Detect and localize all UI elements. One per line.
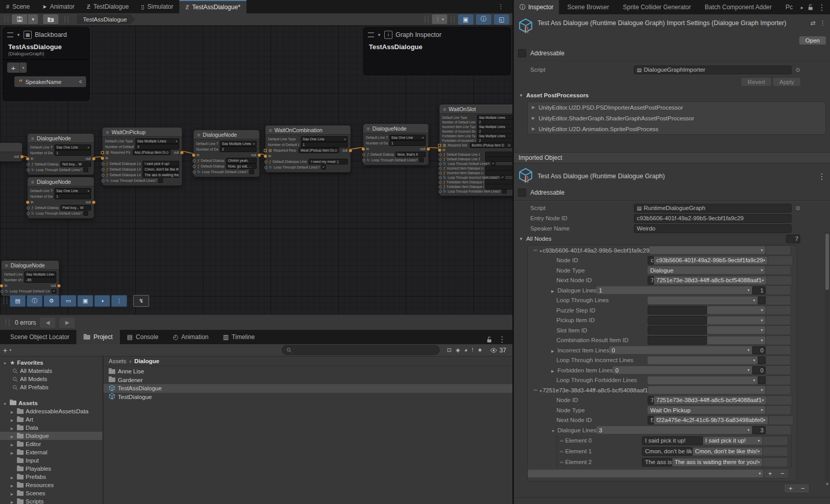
foldout-arrow-icon[interactable] [551,347,557,353]
add-element-button[interactable] [763,436,775,445]
input-port[interactable] [27,212,30,215]
search-by-type-icon[interactable]: ⊡ [445,347,453,353]
property-dropdown[interactable]: ▾ [707,337,765,344]
node-number-field[interactable]: 1 [54,194,91,199]
inspector-tab[interactable]: ⓘ Inspector [514,0,559,14]
add-element-button[interactable] [766,336,778,345]
inspector-menu-icon[interactable]: ⋮ [818,3,826,12]
add-element-button[interactable] [768,256,780,265]
remove-element-button[interactable] [778,266,791,275]
input-port[interactable] [193,171,196,174]
add-variable-dropdown[interactable]: ▾ [19,62,27,73]
blackboard-toggle-button[interactable]: ▣ [458,14,473,25]
window-tab[interactable]: ▯ Simulator [135,0,180,13]
expand-arrow-icon[interactable] [9,408,15,414]
console-toggle-button[interactable]: ▤ [10,295,26,307]
window-menu-icon[interactable]: ⋮ [492,3,509,10]
input-port[interactable] [192,154,195,157]
input-port[interactable] [264,149,267,152]
remove-element-button[interactable] [775,447,787,456]
postprocessor-row[interactable]: ▶ UnityEditor.U2D.Animation.SpritePostPr… [528,123,825,134]
property-dropdown[interactable]: ▾ [648,297,758,304]
tools-toggle-button[interactable]: ⚙ [44,295,59,307]
node-dropdown[interactable]: Say Multiple Lines▾ [24,271,56,277]
remove-node-button[interactable]: − [797,484,809,493]
tab-overflow-icon[interactable]: ▸ [801,5,803,10]
foldout-arrow-icon[interactable] [539,247,543,254]
graph-node-dialogue-5[interactable]: DialogueNode ƒ ↻ ▥ Default Line Type Say… [1,260,59,297]
input-port[interactable] [264,155,267,158]
save-button[interactable] [12,14,27,24]
input-port[interactable] [439,153,442,156]
lock-icon[interactable] [808,4,813,10]
graph-node-start[interactable]: StartNode ƒ ↻ ▥ SpeakerName out▾ out out… [0,142,23,162]
drag-handle-icon[interactable] [558,459,565,465]
remove-element-button[interactable] [778,426,791,434]
node-dropdown[interactable]: Say Multiple Lines▾ [135,138,179,144]
input-port[interactable] [193,159,196,162]
save-dropdown-button[interactable]: ▾ [28,14,38,24]
prev-error-button[interactable]: ◀ [40,318,55,328]
graph-node-dialogue-1[interactable]: DialogueNode ƒ ↻ ▥ Default Line Type Say… [27,133,94,175]
favorites-item[interactable]: All Materials [0,367,102,375]
input-port[interactable] [101,174,105,177]
input-port[interactable] [439,158,442,161]
property-dropdown[interactable]: ▾ [648,356,758,364]
node-text-field[interactable]: Ohhhh yeah, [226,158,257,163]
add-element-button[interactable] [767,276,779,285]
drag-handle-icon[interactable] [558,438,565,444]
add-element-button[interactable]: + [764,469,776,478]
inspector-tab[interactable]: Batch Component Adder [696,0,777,14]
output-port[interactable] [20,155,24,158]
postprocessors-foldout[interactable]: ▼ Asset PostProcessors [514,90,830,100]
window-tab[interactable]: Ƶ TestDialogue [80,0,135,13]
graph-inspector-toggle-button[interactable]: ⓘ [476,14,491,25]
window-tab[interactable]: ➤ Animator [36,0,80,13]
add-element-button[interactable] [766,366,778,374]
output-port[interactable] [258,154,261,157]
property-dropdown[interactable]: ▾ [707,317,765,324]
node-text-field[interactable]: Now, go eat, .. [226,163,257,169]
tree-item-folder[interactable]: AddressableAssetsData [0,407,102,415]
array-size-field[interactable]: 3 [752,426,765,434]
node-number-field[interactable]: 1 [301,142,348,148]
add-element-button[interactable] [766,406,778,414]
input-port[interactable] [439,167,442,170]
remove-element-button[interactable] [778,336,791,345]
input-port[interactable] [264,166,267,169]
drag-handle-icon[interactable] [532,247,539,253]
add-element-button[interactable] [766,376,778,385]
graph-inspector-panel[interactable]: ▼ i Graph Inspector TestAssDialogue [363,27,511,75]
output-port[interactable] [92,201,95,204]
input-port[interactable] [439,190,442,193]
add-element-button[interactable] [766,316,778,325]
foldout-arrow-icon[interactable] [551,427,557,433]
foldout-arrow-icon[interactable] [551,367,557,373]
input-port[interactable] [439,185,442,188]
node-text-field[interactable]: I said pick it up! [142,161,179,166]
input-port[interactable] [362,159,365,162]
expand-arrow-icon[interactable] [9,425,15,431]
expand-arrow-icon[interactable] [9,482,15,488]
graph-node-wait-on-pickup[interactable]: WaitOnPickup ƒ ↻ ▥ Default Line Type Say… [102,127,182,186]
inspector-tab[interactable]: Sprite Collider Generator [615,0,697,14]
remove-element-button[interactable] [775,436,787,445]
favorites-item[interactable]: All Prefabs [0,383,102,391]
project-file-item[interactable]: {} Anne Lise [103,367,512,376]
project-file-item[interactable]: {} TestDialogue [103,393,512,402]
graph-node-wait-on-combination[interactable]: WaitOnCombination ƒ ↻ ▥ Default Line Typ… [265,125,351,173]
graph-node-dialogue-3[interactable]: DialogueNode ƒ ↻ ▥ Default Line Type Say… [193,130,260,177]
all-nodes-foldout[interactable]: ▼ All Nodes 7 [514,234,830,244]
add-element-button[interactable] [766,246,778,255]
bottom-tab[interactable]: ▤ Console [120,330,165,344]
breadcrumb-root[interactable]: Assets [109,358,127,364]
property-checkbox[interactable] [758,297,765,304]
project-file-item[interactable]: {} TestAssDialogue [103,384,512,393]
remove-element-button[interactable]: − [776,469,789,478]
expand-arrow-icon[interactable] [9,433,15,439]
node-text-field[interactable]: The ass is waiting there for y [142,172,179,178]
scrollbar-thumb[interactable] [825,234,829,290]
node-checkbox[interactable] [158,178,163,183]
remove-element-button[interactable] [778,366,791,374]
remove-element-button[interactable] [779,396,792,405]
